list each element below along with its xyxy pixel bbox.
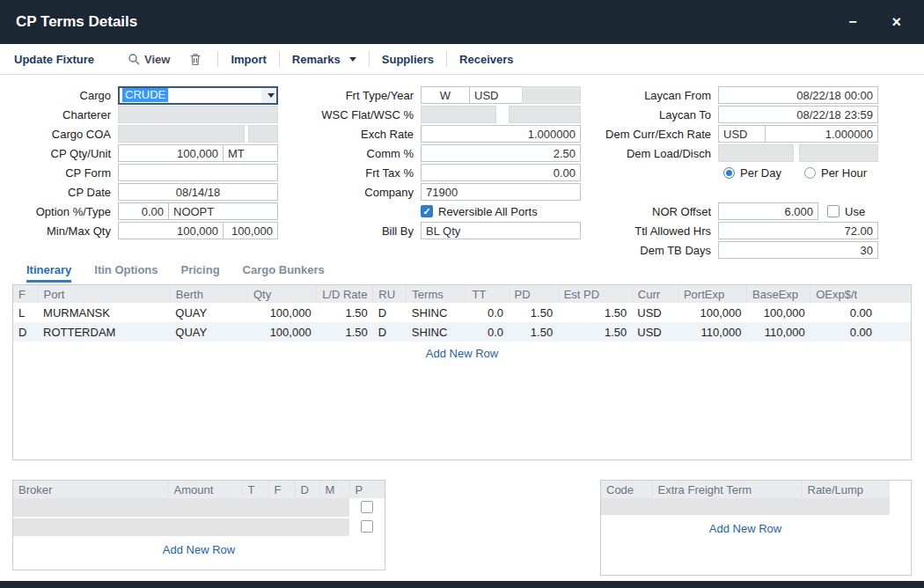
dem-curr-input[interactable]: [718, 125, 766, 143]
cell-oexp[interactable]: 0.00: [810, 322, 911, 342]
company-input[interactable]: [421, 183, 581, 201]
cargo-select[interactable]: CRUDE: [118, 86, 278, 105]
min-qty-input[interactable]: [118, 222, 224, 239]
broker-add-new-row-link[interactable]: Add New Row: [13, 538, 385, 560]
frt-tax-input[interactable]: [421, 164, 581, 181]
receivers-button[interactable]: Receivers: [459, 53, 513, 66]
dem-tb-days-row: Dem TB Days: [590, 240, 878, 260]
broker-p-checkbox[interactable]: [361, 520, 373, 533]
cell-berth[interactable]: QUAY: [170, 303, 247, 322]
ttl-allowed-input[interactable]: [718, 222, 878, 239]
per-hour-radio[interactable]: [804, 167, 816, 179]
itinerary-add-new-row-link[interactable]: Add New Row: [13, 342, 911, 364]
bill-by-row: Bill By: [287, 221, 581, 240]
cell-ld-rate[interactable]: 1.50: [317, 322, 373, 342]
reversible-checkbox[interactable]: [421, 205, 433, 217]
cell-qty[interactable]: 100,000: [248, 303, 317, 322]
cp-terms-details-window: CP Terms Details − × Update Fixture View…: [0, 0, 924, 576]
cell-portexp[interactable]: 110,000: [678, 322, 746, 342]
frt-type-year-row: Frt Type/Year: [287, 85, 581, 105]
reversible-label: Reversible All Ports: [438, 205, 538, 218]
view-button[interactable]: View: [128, 53, 170, 66]
cp-form-input[interactable]: [118, 164, 278, 181]
cp-terms-form: Cargo CRUDE Charterer Cargo COA: [0, 75, 924, 260]
cell-curr[interactable]: USD: [632, 303, 678, 322]
cell-oexp[interactable]: 0.00: [810, 303, 911, 322]
col-header-ru: RU: [373, 285, 407, 303]
cell-pd[interactable]: 1.50: [509, 322, 558, 342]
dem-tb-days-input[interactable]: [718, 241, 878, 259]
cell-baseexp[interactable]: 100,000: [747, 303, 810, 322]
tab-itinerary[interactable]: Itinerary: [26, 263, 71, 283]
import-button[interactable]: Import: [231, 53, 266, 66]
broker-p-checkbox[interactable]: [361, 501, 373, 513]
delete-button[interactable]: [189, 53, 202, 66]
cell-port[interactable]: ROTTERDAM: [38, 322, 170, 342]
cell-f[interactable]: L: [13, 303, 38, 322]
option-pct-input[interactable]: [118, 202, 169, 220]
cell-terms[interactable]: SHINC: [407, 303, 466, 322]
cell-curr[interactable]: USD: [632, 322, 678, 342]
window-bottom-edge: [0, 581, 924, 588]
frt-curr-input[interactable]: [469, 86, 523, 104]
wsc-flat-field: [421, 106, 496, 123]
remarks-button[interactable]: Remarks: [292, 53, 356, 66]
update-fixture-button[interactable]: Update Fixture: [14, 53, 94, 66]
cell-ru[interactable]: D: [373, 303, 407, 322]
col-header-amount: Amount: [168, 481, 242, 498]
cp-unit-input[interactable]: [223, 144, 278, 162]
cell-berth[interactable]: QUAY: [170, 322, 247, 342]
cell-ru[interactable]: D: [373, 322, 407, 342]
cell-est-pd[interactable]: 1.50: [558, 303, 632, 322]
max-qty-input[interactable]: [223, 222, 278, 239]
tab-cargo-bunkers[interactable]: Cargo Bunkers: [243, 263, 325, 283]
per-hour-label: Per Hour: [821, 166, 867, 180]
laycan-from-input[interactable]: [718, 86, 878, 104]
cell-portexp[interactable]: 100,000: [678, 303, 746, 322]
minimize-button[interactable]: −: [848, 15, 856, 29]
cell-tt[interactable]: 0.0: [466, 303, 509, 322]
extra-freight-panel: Code Extra Freight Term Rate/Lump Add Ne…: [600, 480, 912, 576]
cell-port[interactable]: MURMANSK: [38, 303, 170, 322]
nor-offset-input[interactable]: [718, 202, 818, 220]
suppliers-button[interactable]: Suppliers: [382, 53, 434, 66]
laycan-from-row: Laycan From: [590, 85, 878, 105]
per-day-radio[interactable]: [723, 167, 735, 179]
broker-disabled-cells: [13, 518, 349, 537]
cargo-selected-value: CRUDE: [122, 88, 168, 102]
itinerary-header-row: F Port Berth Qty L/D Rate RU Terms TT PD…: [13, 285, 911, 303]
cargo-dropdown-button[interactable]: [261, 88, 276, 103]
chevron-down-icon: [349, 57, 356, 62]
broker-table: Broker Amount T F D M P: [13, 481, 385, 538]
cell-terms[interactable]: SHINC: [407, 322, 466, 342]
cell-baseexp[interactable]: 110,000: [747, 322, 810, 342]
cargo-coa-row: Cargo COA: [14, 124, 278, 143]
comm-input[interactable]: [421, 144, 581, 162]
dem-exch-rate-input[interactable]: [765, 125, 878, 143]
cell-qty[interactable]: 100,000: [248, 322, 317, 342]
cp-date-input[interactable]: [118, 183, 278, 201]
cell-f[interactable]: D: [13, 322, 38, 342]
extra-freight-add-new-row-link[interactable]: Add New Row: [601, 517, 890, 539]
option-type-input[interactable]: [168, 202, 278, 220]
bill-by-input[interactable]: [421, 222, 581, 239]
tab-itin-options[interactable]: Itin Options: [94, 263, 158, 283]
laycan-to-input[interactable]: [718, 106, 878, 123]
itinerary-row[interactable]: L MURMANSK QUAY 100,000 1.50 D SHINC 0.0…: [13, 303, 911, 322]
cell-tt[interactable]: 0.0: [466, 322, 509, 342]
dem-rate-basis-row: Per Day Per Hour: [590, 163, 878, 182]
use-checkbox[interactable]: [827, 205, 840, 217]
window-title: CP Terms Details: [16, 13, 137, 31]
remarks-label: Remarks: [292, 53, 341, 66]
frt-type-input[interactable]: [421, 86, 470, 104]
close-button[interactable]: ×: [891, 14, 901, 30]
cell-pd[interactable]: 1.50: [509, 303, 558, 322]
itinerary-row[interactable]: D ROTTERDAM QUAY 100,000 1.50 D SHINC 0.…: [13, 322, 911, 342]
broker-panel: Broker Amount T F D M P Add New Row: [12, 480, 385, 570]
cell-est-pd[interactable]: 1.50: [558, 322, 632, 342]
toolbar: Update Fixture View Import Remarks Suppl…: [0, 44, 924, 75]
cp-qty-input[interactable]: [118, 144, 224, 162]
exch-rate-input[interactable]: [421, 125, 581, 143]
cell-ld-rate[interactable]: 1.50: [317, 303, 373, 322]
tab-pricing[interactable]: Pricing: [181, 263, 220, 283]
